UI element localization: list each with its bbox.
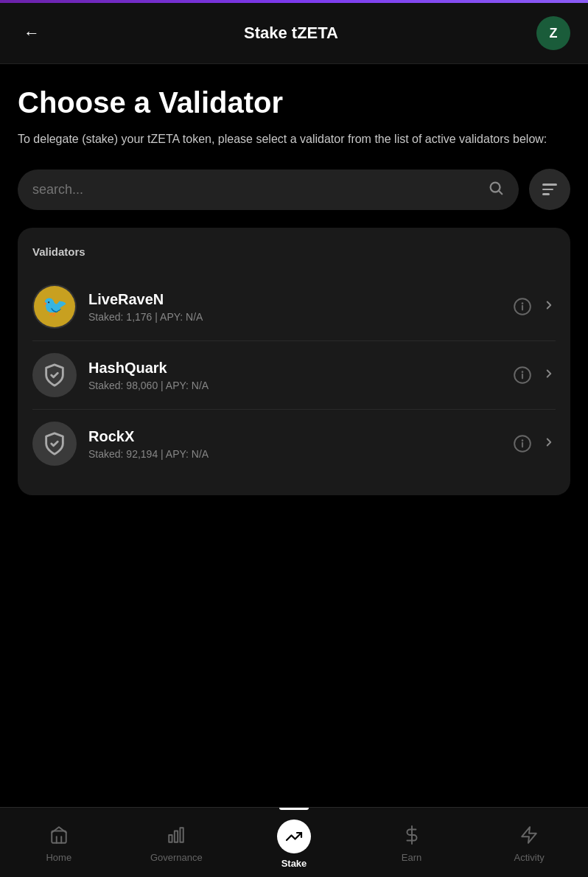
chevron-right-button[interactable] <box>542 297 556 316</box>
validator-stats: Staked: 98,060 | APY: N/A <box>88 380 513 391</box>
header: ← Stake tZETA Z <box>0 3 588 64</box>
validator-name: LiveRaveN <box>88 291 513 308</box>
svg-line-1 <box>499 191 502 194</box>
filter-button[interactable] <box>529 169 570 210</box>
search-row <box>18 169 570 210</box>
nav-item-home[interactable]: Home <box>0 808 118 877</box>
home-icon <box>49 825 69 848</box>
validators-section-label: Validators <box>32 245 556 258</box>
nav-label-home: Home <box>46 852 71 863</box>
choose-validator-heading: Choose a Validator <box>18 86 570 119</box>
nav-label-governance: Governance <box>150 852 203 863</box>
validator-info: LiveRaveN Staked: 1,176 | APY: N/A <box>88 291 513 323</box>
earn-icon <box>402 825 421 848</box>
validator-actions <box>513 366 556 385</box>
svg-rect-17 <box>175 831 178 842</box>
validator-info: RockX Staked: 92,194 | APY: N/A <box>88 428 513 460</box>
page-title: Stake tZETA <box>244 24 338 43</box>
validator-actions <box>513 434 556 453</box>
validator-item[interactable]: RockX Staked: 92,194 | APY: N/A <box>32 410 556 478</box>
svg-rect-18 <box>181 828 183 842</box>
stake-icon <box>277 820 311 853</box>
validators-card: Validators 🐦 LiveRaveN Staked: 1,176 | A… <box>18 228 570 495</box>
validator-avatar-rockx <box>32 422 77 466</box>
main-content: Choose a Validator To delegate (stake) y… <box>0 64 588 495</box>
search-container <box>18 170 519 210</box>
validator-avatar-hashquark <box>32 353 77 397</box>
active-indicator <box>279 808 309 810</box>
info-button[interactable] <box>513 297 532 316</box>
validator-stats: Staked: 92,194 | APY: N/A <box>88 448 513 460</box>
validator-name: HashQuark <box>88 360 513 377</box>
nav-label-activity: Activity <box>514 852 545 863</box>
svg-rect-13 <box>52 831 66 842</box>
search-input[interactable] <box>32 182 480 198</box>
svg-marker-20 <box>522 827 536 843</box>
nav-item-earn[interactable]: Earn <box>353 808 471 877</box>
svg-rect-16 <box>169 835 172 842</box>
avatar[interactable]: Z <box>536 16 570 50</box>
back-button[interactable]: ← <box>18 21 46 46</box>
filter-icon <box>542 184 557 195</box>
validator-name: RockX <box>88 428 513 445</box>
info-button[interactable] <box>513 366 532 385</box>
info-button[interactable] <box>513 434 532 453</box>
bottom-nav: Home Governance Stake <box>0 807 588 877</box>
search-icon <box>488 180 504 200</box>
choose-validator-subtext: To delegate (stake) your tZETA token, pl… <box>18 130 570 148</box>
activity-icon <box>519 825 539 848</box>
validator-item[interactable]: HashQuark Staked: 98,060 | APY: N/A <box>32 341 556 410</box>
validator-item[interactable]: 🐦 LiveRaveN Staked: 1,176 | APY: N/A <box>32 273 556 341</box>
svg-text:🐦: 🐦 <box>42 294 68 318</box>
validator-actions <box>513 297 556 316</box>
nav-label-earn: Earn <box>402 852 421 863</box>
nav-item-governance[interactable]: Governance <box>118 808 236 877</box>
validator-info: HashQuark Staked: 98,060 | APY: N/A <box>88 360 513 391</box>
governance-icon <box>167 825 186 848</box>
chevron-right-button[interactable] <box>542 366 556 385</box>
nav-item-activity[interactable]: Activity <box>470 808 588 877</box>
validator-stats: Staked: 1,176 | APY: N/A <box>88 311 513 323</box>
nav-label-stake: Stake <box>281 858 307 869</box>
nav-item-stake[interactable]: Stake <box>235 808 353 877</box>
chevron-right-button[interactable] <box>542 434 556 453</box>
validator-avatar-liveraven: 🐦 <box>32 284 77 329</box>
